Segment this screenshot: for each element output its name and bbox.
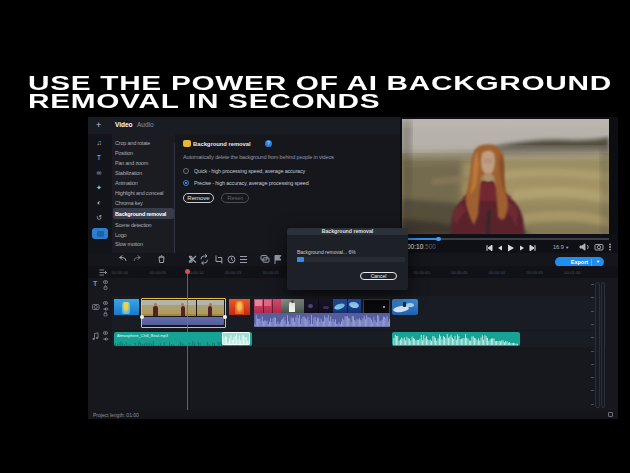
svg-text:T: T (93, 280, 98, 287)
